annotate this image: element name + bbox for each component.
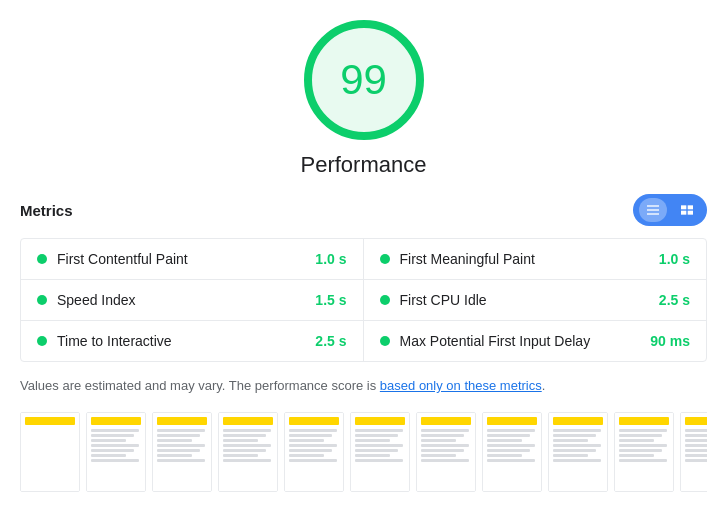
metric-dot [380, 254, 390, 264]
metric-name: First CPU Idle [400, 292, 651, 308]
treemap-icon [679, 202, 695, 218]
filmstrip-frame [152, 412, 212, 492]
metric-row: First Contentful Paint1.0 s [21, 239, 364, 280]
metric-row: First CPU Idle2.5 s [364, 280, 707, 321]
metric-row: Max Potential First Input Delay90 ms [364, 321, 707, 361]
score-value: 99 [340, 56, 387, 104]
filmstrip-frame [614, 412, 674, 492]
metric-dot [37, 295, 47, 305]
filmstrip-frame [416, 412, 476, 492]
score-label: Performance [301, 152, 427, 178]
svg-rect-4 [688, 205, 693, 209]
metric-name: First Contentful Paint [57, 251, 307, 267]
note-text-before: Values are estimated and may vary. The p… [20, 378, 380, 393]
filmstrip-frame [482, 412, 542, 492]
score-circle: 99 [304, 20, 424, 140]
metric-value: 1.5 s [315, 292, 346, 308]
svg-rect-1 [647, 209, 659, 210]
metric-value: 90 ms [650, 333, 690, 349]
svg-rect-5 [681, 211, 686, 215]
metric-row: First Meaningful Paint1.0 s [364, 239, 707, 280]
metrics-note: Values are estimated and may vary. The p… [20, 376, 707, 396]
list-view-button[interactable] [639, 198, 667, 222]
metric-name: Max Potential First Input Delay [400, 333, 643, 349]
metric-dot [380, 336, 390, 346]
filmstrip-frame [350, 412, 410, 492]
filmstrip-frame [680, 412, 707, 492]
svg-rect-0 [647, 205, 659, 206]
metric-dot [37, 336, 47, 346]
metric-name: Speed Index [57, 292, 307, 308]
score-section: 99 Performance [20, 20, 707, 178]
filmstrip [20, 412, 707, 492]
metric-value: 2.5 s [315, 333, 346, 349]
metric-row: Time to Interactive2.5 s [21, 321, 364, 361]
metric-name: Time to Interactive [57, 333, 307, 349]
filmstrip-frame [284, 412, 344, 492]
note-text-after: . [542, 378, 546, 393]
metric-dot [380, 295, 390, 305]
metric-dot [37, 254, 47, 264]
filmstrip-frame [20, 412, 80, 492]
filmstrip-frame [548, 412, 608, 492]
metric-value: 1.0 s [315, 251, 346, 267]
metric-name: First Meaningful Paint [400, 251, 651, 267]
filmstrip-frame [218, 412, 278, 492]
svg-rect-6 [688, 211, 693, 215]
metrics-grid: First Contentful Paint1.0 sFirst Meaning… [20, 238, 707, 362]
metric-value: 1.0 s [659, 251, 690, 267]
treemap-view-button[interactable] [673, 198, 701, 222]
list-icon [645, 202, 661, 218]
view-toggle[interactable] [633, 194, 707, 226]
metric-row: Speed Index1.5 s [21, 280, 364, 321]
svg-rect-3 [681, 205, 686, 209]
metric-value: 2.5 s [659, 292, 690, 308]
svg-rect-2 [647, 213, 659, 214]
metrics-link[interactable]: based only on these metrics [380, 378, 542, 393]
metrics-title: Metrics [20, 202, 73, 219]
metrics-header: Metrics [20, 194, 707, 226]
filmstrip-frame [86, 412, 146, 492]
